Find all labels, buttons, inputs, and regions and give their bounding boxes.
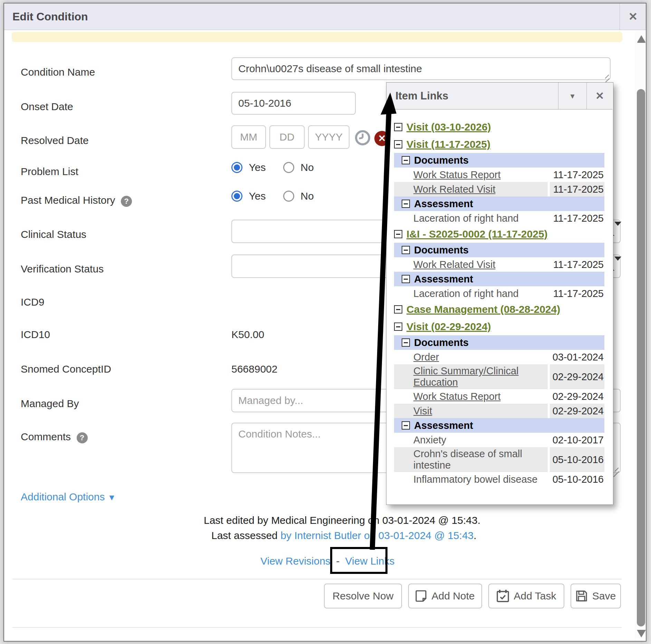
revisions-links-row: View Revisions - View Links [260, 555, 394, 567]
item-name[interactable]: Work Related Visit [394, 257, 548, 272]
additional-options-label: Additional Options [21, 491, 105, 502]
item-name[interactable]: Order [394, 350, 548, 364]
item-date: 05-10-2016 [550, 447, 604, 472]
scrollbar-up-icon[interactable] [637, 35, 646, 43]
tree-item-row: Laceration of right hand11-17-2025 [394, 286, 604, 301]
verification-status-label: Verification Status [21, 263, 104, 275]
comments-help-icon[interactable]: ? [77, 432, 88, 443]
group-link[interactable]: Visit (02-29-2024) [406, 321, 491, 333]
group-link[interactable]: I&I - S2025-0002 (11-17-2025) [406, 228, 548, 240]
clock-history-icon[interactable] [354, 129, 371, 146]
snomed-value: 56689002 [231, 363, 277, 375]
last-assessed-link[interactable]: by Internist Butler on 03-01-2024 @ 15:4… [280, 530, 473, 541]
item-date: 02-10-2017 [550, 433, 604, 447]
item-name[interactable]: Work Status Report [394, 167, 548, 182]
tree-item-row: Order03-01-2024 [394, 350, 604, 364]
save-icon [576, 590, 587, 602]
resolve-now-button[interactable]: Resolve Now [324, 584, 402, 608]
panel-collapse-icon[interactable]: ▾ [558, 83, 586, 109]
pmh-label: Past Medical History [21, 194, 115, 206]
item-links-group-row: Visit (02-29-2024) [394, 318, 604, 335]
item-links-group-row: Case Management (08-28-2024) [394, 301, 604, 318]
tree-item-row: Anxiety02-10-2017 [394, 433, 604, 447]
category-banner-row: Documents [394, 335, 604, 350]
calendar-check-icon [497, 589, 509, 603]
pmh-help-icon[interactable]: ? [121, 196, 132, 207]
category-banner-row: Assessment [394, 196, 604, 211]
tree-item-row: Work Related Visit11-17-2025 [394, 182, 604, 196]
resolved-day-input[interactable] [269, 125, 305, 149]
additional-options-link[interactable]: Additional Options ▼ [21, 491, 116, 503]
tree-item-row: Work Related Visit11-17-2025 [394, 257, 604, 272]
problem-list-yes-label: Yes [249, 162, 266, 173]
save-button[interactable]: Save [571, 584, 621, 608]
item-name[interactable]: Visit [394, 404, 548, 418]
tree-collapse-toggle-icon[interactable] [402, 338, 410, 347]
pmh-yes-radio[interactable] [231, 191, 242, 202]
comments-label-row: Comments ? [21, 431, 88, 443]
item-date: 11-17-2025 [550, 257, 604, 272]
item-date: 02-29-2024 [550, 404, 604, 418]
problem-list-no-radio[interactable] [283, 162, 294, 173]
pmh-label-row: Past Medical History ? [21, 194, 132, 207]
icd9-label: ICD9 [21, 296, 44, 308]
managed-by-label: Managed By [21, 398, 79, 410]
resolved-date-label: Resolved Date [21, 135, 89, 146]
problem-list-label: Problem List [21, 166, 78, 177]
pmh-no-radio[interactable] [283, 191, 294, 202]
item-name[interactable]: Work Status Report [394, 389, 548, 404]
tree-collapse-toggle-icon[interactable] [394, 305, 402, 314]
scrollbar-down-icon[interactable] [637, 630, 646, 637]
group-link[interactable]: Case Management (08-28-2024) [406, 304, 560, 315]
item-date: 11-17-2025 [550, 286, 604, 301]
tree-collapse-toggle-icon[interactable] [402, 200, 410, 208]
category-banner-row: Documents [394, 243, 604, 257]
add-note-button[interactable]: Add Note [408, 584, 482, 608]
add-task-label: Add Task [514, 590, 556, 602]
view-revisions-link[interactable]: View Revisions [260, 555, 331, 567]
category-label: Documents [414, 244, 469, 256]
tree-collapse-toggle-icon[interactable] [394, 323, 402, 331]
group-link[interactable]: Visit (11-17-2025) [406, 138, 490, 150]
item-date: 05-10-2016 [550, 472, 604, 487]
resolved-year-input[interactable] [308, 125, 350, 149]
last-assessed-suffix: . [473, 530, 476, 541]
condition-name-resize-grip[interactable] [603, 73, 610, 79]
icd10-label: ICD10 [21, 329, 50, 340]
group-link[interactable]: Visit (03-10-2026) [406, 121, 491, 133]
item-links-group-row: Visit (11-17-2025) [394, 136, 604, 153]
tree-collapse-toggle-icon[interactable] [402, 421, 410, 430]
problem-list-no-label: No [300, 162, 314, 173]
modal-close-icon[interactable]: ✕ [620, 3, 646, 30]
tree-collapse-toggle-icon[interactable] [394, 123, 402, 131]
condition-name-input[interactable] [231, 57, 611, 80]
bottom-divider [12, 627, 622, 628]
condition-name-label: Condition Name [21, 66, 95, 78]
pmh-radio-group: Yes No [231, 190, 314, 202]
item-name[interactable]: Work Related Visit [394, 182, 548, 196]
tree-collapse-toggle-icon[interactable] [402, 275, 410, 283]
item-name[interactable]: Clinic Summary/Clinical Education [394, 364, 548, 389]
resolve-now-label: Resolve Now [333, 590, 394, 602]
problem-list-yes-radio[interactable] [231, 162, 242, 173]
onset-date-input[interactable] [231, 92, 356, 115]
add-task-button[interactable]: Add Task [488, 584, 564, 608]
tree-collapse-toggle-icon[interactable] [394, 140, 402, 148]
tree-collapse-toggle-icon[interactable] [402, 246, 410, 254]
modal-titlebar: Edit Condition ✕ [4, 3, 646, 30]
panel-close-icon[interactable]: ✕ [586, 83, 613, 109]
item-date: 11-17-2025 [550, 167, 604, 182]
item-date: 03-01-2024 [550, 350, 604, 364]
alert-band [12, 32, 622, 42]
scrollbar-thumb[interactable] [637, 89, 645, 626]
add-note-label: Add Note [431, 590, 475, 602]
onset-date-label: Onset Date [21, 101, 73, 113]
tree-collapse-toggle-icon[interactable] [394, 230, 402, 238]
comments-resize-grip[interactable] [613, 465, 620, 472]
tree-collapse-toggle-icon[interactable] [402, 156, 410, 164]
snomed-label: Snomed ConceptID [21, 363, 111, 375]
tree-item-row: Crohn's disease of small intestine05-10-… [394, 447, 604, 472]
view-links-link[interactable]: View Links [345, 555, 395, 567]
last-edited-text: Last edited by Medical Engineering on 03… [204, 515, 480, 526]
resolved-month-input[interactable] [231, 125, 266, 149]
